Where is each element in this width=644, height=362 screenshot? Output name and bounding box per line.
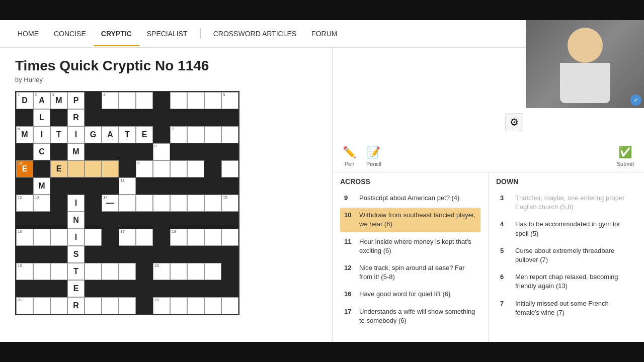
cell-7-1[interactable]: 12 — [16, 195, 33, 212]
clue-across-16[interactable]: 16 Have good word for quiet lift (6) — [340, 287, 480, 302]
cell-11-12[interactable] — [204, 263, 221, 280]
cell-9-2[interactable] — [33, 229, 50, 246]
cell-3-11[interactable] — [187, 126, 204, 143]
cell-13-3[interactable] — [50, 297, 67, 314]
cell-4-2[interactable]: C — [33, 143, 50, 160]
clue-across-11[interactable]: 11 Hour inside where money is kept that'… — [340, 234, 480, 258]
cell-1-8[interactable] — [136, 92, 153, 109]
gear-button[interactable]: ⚙ — [505, 113, 523, 131]
cell-3-2[interactable]: I — [33, 126, 50, 143]
cell-4-9[interactable]: 8 — [153, 143, 170, 160]
cell-11-6[interactable] — [102, 263, 119, 280]
cell-5-9[interactable] — [153, 160, 170, 177]
cell-7-2[interactable]: 13 — [33, 195, 50, 212]
cell-2-4[interactable]: R — [67, 109, 85, 126]
cell-3-6[interactable]: A — [102, 126, 119, 143]
cell-1-1[interactable]: 1D — [16, 92, 33, 109]
cell-13-10[interactable] — [170, 297, 187, 314]
cell-9-4[interactable]: I — [67, 229, 85, 246]
cell-5-8[interactable]: 9 — [136, 160, 153, 177]
cell-7-13[interactable]: 15 — [221, 195, 238, 212]
clue-down-7[interactable]: 7 Initially missed out some French femal… — [496, 296, 636, 320]
cell-3-12[interactable] — [204, 126, 221, 143]
cell-11-1[interactable]: 19 — [16, 263, 33, 280]
submit-tool[interactable]: ✅ Submit — [617, 146, 634, 167]
cell-4-4[interactable]: M — [67, 143, 85, 160]
cell-13-2[interactable] — [33, 297, 50, 314]
cell-7-4[interactable]: I — [67, 195, 85, 212]
cell-1-7[interactable] — [119, 92, 136, 109]
clue-across-12[interactable]: 12 Nice track, spin around at ease? Far … — [340, 260, 480, 285]
cell-5-5[interactable] — [85, 160, 102, 177]
cell-9-11[interactable] — [187, 229, 204, 246]
cell-3-8[interactable]: E — [136, 126, 153, 143]
cell-6-2[interactable]: M — [33, 177, 50, 195]
cell-11-5[interactable] — [85, 263, 102, 280]
cell-13-4[interactable]: R — [67, 297, 85, 314]
cell-1-11[interactable] — [187, 92, 204, 109]
cell-1-6[interactable]: 4 — [102, 92, 119, 109]
pen-tool[interactable]: ✏️ Pen — [343, 146, 356, 167]
cell-7-10[interactable] — [170, 195, 187, 212]
clue-down-5[interactable]: 5 Curse about extremely threadbare pullo… — [496, 243, 636, 267]
cell-11-9[interactable]: 20 — [153, 263, 170, 280]
cell-9-5[interactable] — [85, 229, 102, 246]
cell-5-4[interactable] — [67, 160, 85, 177]
cell-3-10[interactable]: 7 — [170, 126, 187, 143]
cell-5-10[interactable] — [170, 160, 187, 177]
cell-9-1[interactable]: 16 — [16, 229, 33, 246]
cell-3-3[interactable]: T — [50, 126, 67, 143]
cell-1-12[interactable] — [204, 92, 221, 109]
cell-8-4[interactable]: N — [67, 212, 85, 229]
cell-9-8[interactable] — [136, 229, 153, 246]
cell-7-6[interactable]: 14— — [102, 195, 119, 212]
cell-11-3[interactable] — [50, 263, 67, 280]
cell-11-11[interactable] — [187, 263, 204, 280]
cell-1-4[interactable]: P — [67, 92, 85, 109]
cell-13-5[interactable] — [85, 297, 102, 314]
cell-5-11[interactable] — [187, 160, 204, 177]
cell-9-7[interactable]: 17 — [119, 229, 136, 246]
cell-3-5[interactable]: G — [85, 126, 102, 143]
nav-cryptic[interactable]: CRYPTIC — [94, 22, 139, 45]
cell-7-11[interactable] — [187, 195, 204, 212]
nav-concise[interactable]: CONCISE — [46, 22, 94, 45]
cell-11-2[interactable] — [33, 263, 50, 280]
cell-1-3[interactable]: 3M — [50, 92, 67, 109]
cell-1-2[interactable]: 2A — [33, 92, 50, 109]
clue-down-3[interactable]: 3 Thatcher, maybe, one entering proper E… — [496, 191, 636, 215]
cell-1-10[interactable] — [170, 92, 187, 109]
cell-13-12[interactable] — [204, 297, 221, 314]
cell-3-1[interactable]: 6M — [16, 126, 33, 143]
pencil-tool[interactable]: 📝 Pencil — [366, 146, 381, 167]
cell-13-13[interactable] — [221, 297, 238, 314]
cell-9-10[interactable]: 18 — [170, 229, 187, 246]
clue-down-6[interactable]: 6 Men report chap relaxed, becoming frie… — [496, 269, 636, 294]
cell-5-13[interactable] — [221, 160, 238, 177]
cell-11-10[interactable] — [170, 263, 187, 280]
cell-7-7[interactable] — [119, 195, 136, 212]
cell-10-4[interactable]: S — [67, 246, 85, 263]
cell-13-7[interactable] — [119, 297, 136, 314]
cell-9-13[interactable] — [221, 229, 238, 246]
cell-6-7[interactable]: 11 — [119, 177, 136, 195]
clue-across-9[interactable]: 9 Postscript about American pet? (4) — [340, 191, 480, 206]
cell-5-6[interactable] — [102, 160, 119, 177]
nav-home[interactable]: HOME — [10, 22, 46, 45]
crossword-grid[interactable]: 1D 2A 3M P 4 5 L R — [15, 91, 239, 315]
cell-12-4[interactable]: E — [67, 280, 85, 297]
clue-down-4[interactable]: 4 Has to be accommodated in gym for spel… — [496, 217, 636, 241]
nav-specialist[interactable]: SPECIALIST — [139, 22, 195, 45]
cell-3-7[interactable]: T — [119, 126, 136, 143]
cell-3-4[interactable]: I — [67, 126, 85, 143]
clue-across-10[interactable]: 10 Withdraw from southeast fancied playe… — [340, 208, 480, 232]
cell-9-12[interactable] — [204, 229, 221, 246]
cell-11-4[interactable]: T — [67, 263, 85, 280]
cell-7-8[interactable] — [136, 195, 153, 212]
cell-13-6[interactable] — [102, 297, 119, 314]
cell-2-2[interactable]: L — [33, 109, 50, 126]
cell-13-9[interactable]: 22 — [153, 297, 170, 314]
cell-9-3[interactable] — [50, 229, 67, 246]
cell-7-9[interactable] — [153, 195, 170, 212]
cell-13-11[interactable] — [187, 297, 204, 314]
